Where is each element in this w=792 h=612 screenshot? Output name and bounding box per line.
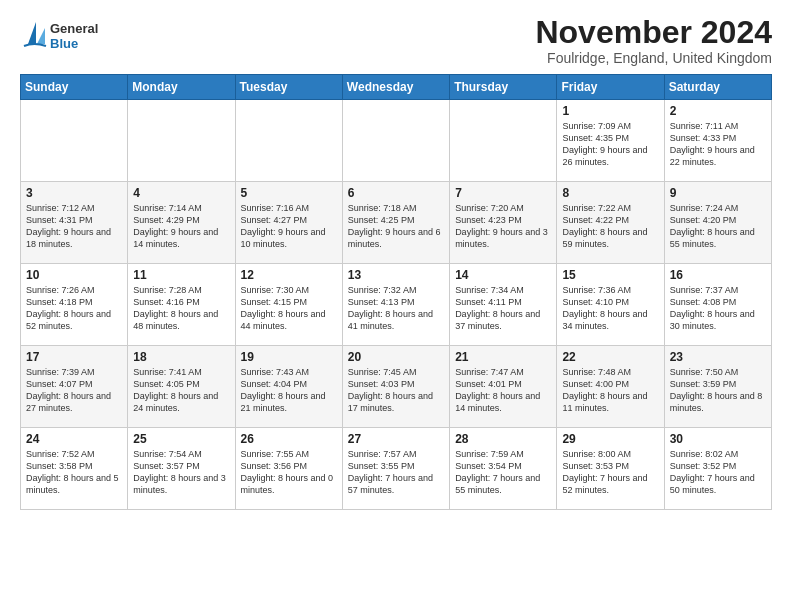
calendar-cell	[21, 100, 128, 182]
day-info: Sunrise: 7:09 AM Sunset: 4:35 PM Dayligh…	[562, 120, 658, 169]
location: Foulridge, England, United Kingdom	[535, 50, 772, 66]
calendar-cell: 5Sunrise: 7:16 AM Sunset: 4:27 PM Daylig…	[235, 182, 342, 264]
calendar-cell: 1Sunrise: 7:09 AM Sunset: 4:35 PM Daylig…	[557, 100, 664, 182]
calendar-cell: 19Sunrise: 7:43 AM Sunset: 4:04 PM Dayli…	[235, 346, 342, 428]
day-info: Sunrise: 7:55 AM Sunset: 3:56 PM Dayligh…	[241, 448, 337, 497]
day-info: Sunrise: 7:57 AM Sunset: 3:55 PM Dayligh…	[348, 448, 444, 497]
day-number: 11	[133, 268, 229, 282]
day-info: Sunrise: 8:00 AM Sunset: 3:53 PM Dayligh…	[562, 448, 658, 497]
day-number: 28	[455, 432, 551, 446]
day-number: 25	[133, 432, 229, 446]
calendar-cell: 6Sunrise: 7:18 AM Sunset: 4:25 PM Daylig…	[342, 182, 449, 264]
day-info: Sunrise: 7:43 AM Sunset: 4:04 PM Dayligh…	[241, 366, 337, 415]
calendar-cell: 12Sunrise: 7:30 AM Sunset: 4:15 PM Dayli…	[235, 264, 342, 346]
calendar-cell: 27Sunrise: 7:57 AM Sunset: 3:55 PM Dayli…	[342, 428, 449, 510]
day-info: Sunrise: 7:16 AM Sunset: 4:27 PM Dayligh…	[241, 202, 337, 251]
calendar-cell: 21Sunrise: 7:47 AM Sunset: 4:01 PM Dayli…	[450, 346, 557, 428]
calendar-cell: 20Sunrise: 7:45 AM Sunset: 4:03 PM Dayli…	[342, 346, 449, 428]
day-number: 17	[26, 350, 122, 364]
day-number: 13	[348, 268, 444, 282]
calendar-cell: 8Sunrise: 7:22 AM Sunset: 4:22 PM Daylig…	[557, 182, 664, 264]
day-number: 1	[562, 104, 658, 118]
day-info: Sunrise: 7:41 AM Sunset: 4:05 PM Dayligh…	[133, 366, 229, 415]
calendar-cell: 9Sunrise: 7:24 AM Sunset: 4:20 PM Daylig…	[664, 182, 771, 264]
calendar-cell: 28Sunrise: 7:59 AM Sunset: 3:54 PM Dayli…	[450, 428, 557, 510]
calendar-cell	[128, 100, 235, 182]
day-info: Sunrise: 7:11 AM Sunset: 4:33 PM Dayligh…	[670, 120, 766, 169]
day-number: 18	[133, 350, 229, 364]
day-number: 20	[348, 350, 444, 364]
calendar-cell: 3Sunrise: 7:12 AM Sunset: 4:31 PM Daylig…	[21, 182, 128, 264]
day-info: Sunrise: 7:26 AM Sunset: 4:18 PM Dayligh…	[26, 284, 122, 333]
day-number: 14	[455, 268, 551, 282]
day-info: Sunrise: 7:52 AM Sunset: 3:58 PM Dayligh…	[26, 448, 122, 497]
day-info: Sunrise: 8:02 AM Sunset: 3:52 PM Dayligh…	[670, 448, 766, 497]
day-info: Sunrise: 7:45 AM Sunset: 4:03 PM Dayligh…	[348, 366, 444, 415]
svg-text:Blue: Blue	[50, 36, 78, 51]
calendar-cell: 7Sunrise: 7:20 AM Sunset: 4:23 PM Daylig…	[450, 182, 557, 264]
day-number: 9	[670, 186, 766, 200]
calendar-row-2: 10Sunrise: 7:26 AM Sunset: 4:18 PM Dayli…	[21, 264, 772, 346]
day-info: Sunrise: 7:30 AM Sunset: 4:15 PM Dayligh…	[241, 284, 337, 333]
calendar-cell: 16Sunrise: 7:37 AM Sunset: 4:08 PM Dayli…	[664, 264, 771, 346]
day-number: 8	[562, 186, 658, 200]
day-number: 5	[241, 186, 337, 200]
calendar-row-4: 24Sunrise: 7:52 AM Sunset: 3:58 PM Dayli…	[21, 428, 772, 510]
calendar-cell: 29Sunrise: 8:00 AM Sunset: 3:53 PM Dayli…	[557, 428, 664, 510]
day-info: Sunrise: 7:48 AM Sunset: 4:00 PM Dayligh…	[562, 366, 658, 415]
day-number: 30	[670, 432, 766, 446]
day-number: 12	[241, 268, 337, 282]
calendar-cell: 14Sunrise: 7:34 AM Sunset: 4:11 PM Dayli…	[450, 264, 557, 346]
title-area: November 2024 Foulridge, England, United…	[535, 16, 772, 66]
calendar-cell: 22Sunrise: 7:48 AM Sunset: 4:00 PM Dayli…	[557, 346, 664, 428]
day-number: 6	[348, 186, 444, 200]
day-number: 16	[670, 268, 766, 282]
day-number: 27	[348, 432, 444, 446]
day-info: Sunrise: 7:18 AM Sunset: 4:25 PM Dayligh…	[348, 202, 444, 251]
day-info: Sunrise: 7:14 AM Sunset: 4:29 PM Dayligh…	[133, 202, 229, 251]
month-title: November 2024	[535, 16, 772, 48]
day-number: 10	[26, 268, 122, 282]
day-number: 22	[562, 350, 658, 364]
day-number: 21	[455, 350, 551, 364]
calendar-page: General Blue November 2024 Foulridge, En…	[0, 0, 792, 612]
calendar-cell: 11Sunrise: 7:28 AM Sunset: 4:16 PM Dayli…	[128, 264, 235, 346]
day-info: Sunrise: 7:47 AM Sunset: 4:01 PM Dayligh…	[455, 366, 551, 415]
calendar-cell: 18Sunrise: 7:41 AM Sunset: 4:05 PM Dayli…	[128, 346, 235, 428]
col-monday: Monday	[128, 75, 235, 100]
day-number: 19	[241, 350, 337, 364]
day-number: 2	[670, 104, 766, 118]
svg-marker-3	[37, 28, 45, 44]
day-info: Sunrise: 7:36 AM Sunset: 4:10 PM Dayligh…	[562, 284, 658, 333]
col-friday: Friday	[557, 75, 664, 100]
col-thursday: Thursday	[450, 75, 557, 100]
day-info: Sunrise: 7:12 AM Sunset: 4:31 PM Dayligh…	[26, 202, 122, 251]
day-info: Sunrise: 7:20 AM Sunset: 4:23 PM Dayligh…	[455, 202, 551, 251]
calendar-cell: 26Sunrise: 7:55 AM Sunset: 3:56 PM Dayli…	[235, 428, 342, 510]
col-sunday: Sunday	[21, 75, 128, 100]
calendar-cell	[235, 100, 342, 182]
calendar-cell: 15Sunrise: 7:36 AM Sunset: 4:10 PM Dayli…	[557, 264, 664, 346]
day-info: Sunrise: 7:39 AM Sunset: 4:07 PM Dayligh…	[26, 366, 122, 415]
day-number: 4	[133, 186, 229, 200]
svg-marker-2	[28, 22, 36, 44]
day-info: Sunrise: 7:34 AM Sunset: 4:11 PM Dayligh…	[455, 284, 551, 333]
calendar-row-1: 3Sunrise: 7:12 AM Sunset: 4:31 PM Daylig…	[21, 182, 772, 264]
calendar-cell: 2Sunrise: 7:11 AM Sunset: 4:33 PM Daylig…	[664, 100, 771, 182]
day-number: 7	[455, 186, 551, 200]
svg-text:General: General	[50, 21, 98, 36]
calendar-cell: 13Sunrise: 7:32 AM Sunset: 4:13 PM Dayli…	[342, 264, 449, 346]
calendar-cell: 23Sunrise: 7:50 AM Sunset: 3:59 PM Dayli…	[664, 346, 771, 428]
day-info: Sunrise: 7:28 AM Sunset: 4:16 PM Dayligh…	[133, 284, 229, 333]
day-info: Sunrise: 7:59 AM Sunset: 3:54 PM Dayligh…	[455, 448, 551, 497]
calendar-cell: 10Sunrise: 7:26 AM Sunset: 4:18 PM Dayli…	[21, 264, 128, 346]
header: General Blue November 2024 Foulridge, En…	[20, 16, 772, 66]
calendar-row-0: 1Sunrise: 7:09 AM Sunset: 4:35 PM Daylig…	[21, 100, 772, 182]
day-number: 26	[241, 432, 337, 446]
day-info: Sunrise: 7:37 AM Sunset: 4:08 PM Dayligh…	[670, 284, 766, 333]
day-number: 3	[26, 186, 122, 200]
day-info: Sunrise: 7:24 AM Sunset: 4:20 PM Dayligh…	[670, 202, 766, 251]
col-saturday: Saturday	[664, 75, 771, 100]
calendar-cell: 30Sunrise: 8:02 AM Sunset: 3:52 PM Dayli…	[664, 428, 771, 510]
logo: General Blue	[20, 16, 134, 54]
